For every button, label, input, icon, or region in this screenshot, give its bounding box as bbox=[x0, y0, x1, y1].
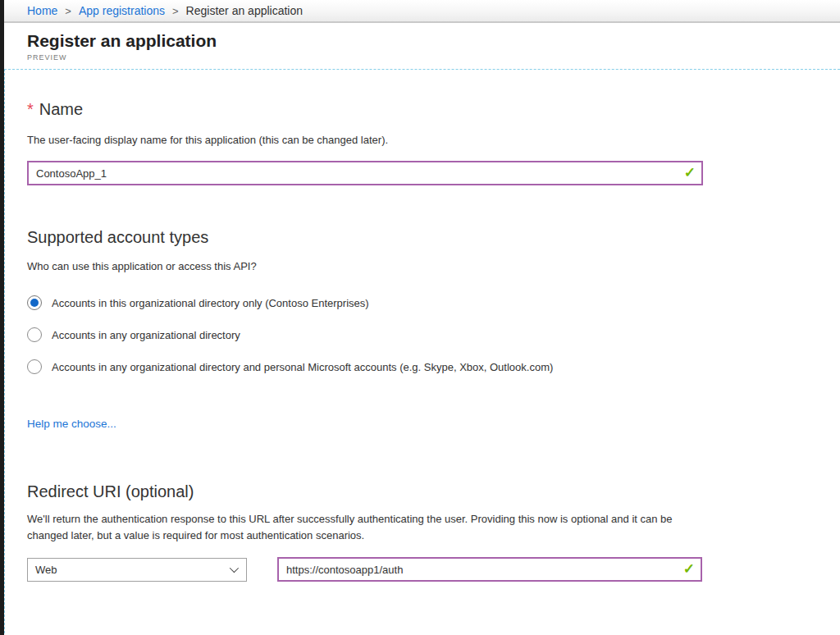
page-title: Register an application bbox=[27, 30, 840, 52]
preview-badge: PREVIEW bbox=[27, 53, 840, 62]
blade-header: Register an application PREVIEW bbox=[4, 23, 840, 69]
uri-input-container: ✓ bbox=[277, 557, 702, 582]
account-types-description: Who can use this application or access t… bbox=[27, 259, 840, 274]
name-section-heading: *Name bbox=[27, 98, 840, 121]
chevron-down-icon bbox=[230, 564, 239, 573]
app-name-input[interactable] bbox=[27, 161, 703, 185]
name-input-container: ✓ bbox=[27, 161, 703, 185]
radio-selected-icon bbox=[27, 295, 42, 310]
radio-unselected-icon bbox=[27, 359, 42, 374]
radio-option-label: Accounts in any organizational directory… bbox=[52, 361, 553, 373]
radio-option-label: Accounts in any organizational directory bbox=[52, 329, 240, 341]
breadcrumb-home-link[interactable]: Home bbox=[27, 4, 57, 17]
redirect-uri-description: We'll return the authentication response… bbox=[27, 511, 693, 543]
azure-portal-window: Home > App registrations > Register an a… bbox=[0, 0, 840, 635]
name-section-description: The user-facing display name for this ap… bbox=[27, 133, 840, 148]
radio-unselected-icon bbox=[27, 327, 42, 342]
redirect-uri-heading: Redirect URI (optional) bbox=[27, 481, 840, 503]
blade-content: *Name The user-facing display name for t… bbox=[4, 69, 840, 633]
breadcrumb-separator-icon: > bbox=[172, 5, 179, 17]
platform-select[interactable]: Web bbox=[27, 558, 247, 582]
radio-option-label: Accounts in this organizational director… bbox=[52, 297, 369, 309]
register-application-blade: Home > App registrations > Register an a… bbox=[4, 0, 840, 635]
account-types-radio-group: Accounts in this organizational director… bbox=[27, 295, 840, 375]
radio-option-single-tenant[interactable]: Accounts in this organizational director… bbox=[27, 295, 840, 311]
redirect-uri-input[interactable] bbox=[277, 557, 702, 582]
help-me-choose-link[interactable]: Help me choose... bbox=[27, 418, 116, 430]
redirect-uri-row: Web ✓ bbox=[27, 557, 840, 582]
radio-option-multitenant[interactable]: Accounts in any organizational directory bbox=[27, 327, 840, 343]
account-types-heading: Supported account types bbox=[27, 226, 840, 249]
breadcrumb-current-page: Register an application bbox=[186, 4, 303, 17]
breadcrumb: Home > App registrations > Register an a… bbox=[4, 0, 840, 23]
required-asterisk: * bbox=[27, 100, 34, 118]
name-heading-label: Name bbox=[39, 100, 83, 118]
breadcrumb-separator-icon: > bbox=[65, 5, 71, 17]
breadcrumb-app-registrations-link[interactable]: App registrations bbox=[79, 4, 165, 17]
radio-option-multitenant-personal[interactable]: Accounts in any organizational directory… bbox=[27, 359, 840, 375]
platform-select-value: Web bbox=[35, 564, 57, 576]
